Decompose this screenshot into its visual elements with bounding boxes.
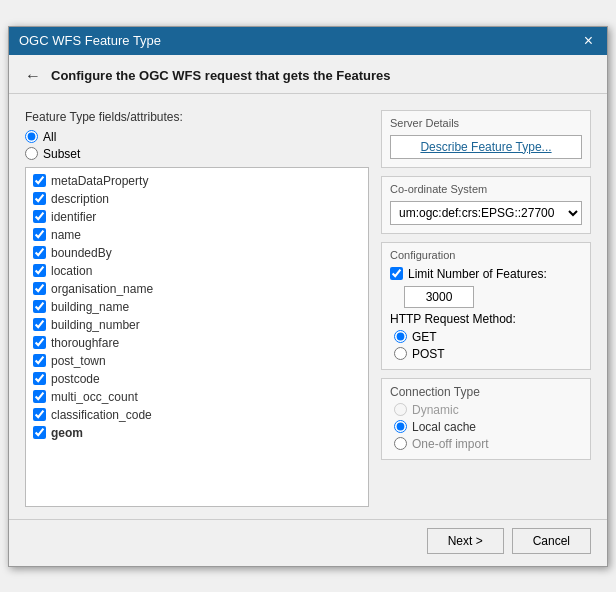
back-arrow-icon[interactable]: ←: [25, 67, 41, 85]
server-details-section: Server Details Describe Feature Type...: [381, 110, 591, 168]
feature-label: identifier: [51, 210, 96, 224]
coordinate-system-section: Co-ordinate System um:ogc:def:crs:EPSG::…: [381, 176, 591, 234]
feature-label: description: [51, 192, 109, 206]
configuration-section: Configuration Limit Number of Features: …: [381, 242, 591, 370]
feature-label: building_name: [51, 300, 129, 314]
feature-list-item: metaDataProperty: [30, 172, 364, 190]
feature-checkbox[interactable]: [33, 318, 46, 331]
http-post-text: POST: [412, 347, 445, 361]
radio-all-text: All: [43, 130, 56, 144]
connection-oneoff-radio[interactable]: [394, 437, 407, 450]
feature-checkbox[interactable]: [33, 228, 46, 241]
feature-label: multi_occ_count: [51, 390, 138, 404]
configuration-title: Configuration: [390, 249, 582, 261]
feature-list-item: geom: [30, 424, 364, 442]
http-method-section: HTTP Request Method: GET POST: [390, 312, 582, 361]
feature-list-item: boundedBy: [30, 244, 364, 262]
feature-label: thoroughfare: [51, 336, 119, 350]
feature-list-item: name: [30, 226, 364, 244]
feature-label: classification_code: [51, 408, 152, 422]
dialog-body: Feature Type fields/attributes: All Subs…: [9, 102, 607, 519]
radio-all[interactable]: [25, 130, 38, 143]
radio-subset-label[interactable]: Subset: [25, 147, 369, 161]
connection-dynamic-text: Dynamic: [412, 403, 459, 417]
coordinate-system-title: Co-ordinate System: [390, 183, 582, 195]
connection-localcache-text: Local cache: [412, 420, 476, 434]
feature-list-item: postcode: [30, 370, 364, 388]
http-get-text: GET: [412, 330, 437, 344]
feature-checkbox[interactable]: [33, 336, 46, 349]
http-radio-group: GET POST: [394, 330, 582, 361]
feature-label: name: [51, 228, 81, 242]
feature-list-item: building_number: [30, 316, 364, 334]
feature-label: boundedBy: [51, 246, 112, 260]
feature-checkbox[interactable]: [33, 210, 46, 223]
radio-subset-text: Subset: [43, 147, 80, 161]
right-panel: Server Details Describe Feature Type... …: [381, 110, 591, 507]
feature-list-item: classification_code: [30, 406, 364, 424]
feature-checkbox[interactable]: [33, 192, 46, 205]
feature-checkbox[interactable]: [33, 354, 46, 367]
connection-oneoff-text: One-off import: [412, 437, 488, 451]
radio-subset[interactable]: [25, 147, 38, 160]
http-method-label: HTTP Request Method:: [390, 312, 582, 326]
server-details-title: Server Details: [390, 117, 582, 129]
connection-dynamic-label[interactable]: Dynamic: [394, 403, 582, 417]
dialog-title: Configure the OGC WFS request that gets …: [51, 68, 390, 83]
feature-list-item: thoroughfare: [30, 334, 364, 352]
connection-dynamic-radio: [394, 403, 407, 416]
describe-feature-type-button[interactable]: Describe Feature Type...: [390, 135, 582, 159]
limit-features-checkbox[interactable]: [390, 267, 403, 280]
dialog-footer: Next > Cancel: [9, 519, 607, 566]
left-panel: Feature Type fields/attributes: All Subs…: [25, 110, 369, 507]
http-post-radio[interactable]: [394, 347, 407, 360]
coordinate-system-select[interactable]: um:ogc:def:crs:EPSG::27700EPSG:4326EPSG:…: [390, 201, 582, 225]
field-radio-group: All Subset: [25, 130, 369, 161]
connection-options-group: Dynamic Local cache One-off import: [394, 403, 582, 451]
cancel-button[interactable]: Cancel: [512, 528, 591, 554]
feature-checkbox[interactable]: [33, 246, 46, 259]
feature-label: postcode: [51, 372, 100, 386]
feature-label: organisation_name: [51, 282, 153, 296]
http-get-radio[interactable]: [394, 330, 407, 343]
dialog: OGC WFS Feature Type × ← Configure the O…: [8, 26, 608, 567]
connection-oneoff-label[interactable]: One-off import: [394, 437, 582, 451]
next-button[interactable]: Next >: [427, 528, 504, 554]
feature-checkbox[interactable]: [33, 174, 46, 187]
feature-checkbox[interactable]: [33, 408, 46, 421]
feature-label: geom: [51, 426, 83, 440]
feature-checkbox[interactable]: [33, 372, 46, 385]
feature-list-item: description: [30, 190, 364, 208]
feature-label: metaDataProperty: [51, 174, 148, 188]
radio-all-label[interactable]: All: [25, 130, 369, 144]
title-bar-label: OGC WFS Feature Type: [19, 33, 161, 48]
feature-checkbox[interactable]: [33, 426, 46, 439]
http-post-label[interactable]: POST: [394, 347, 582, 361]
feature-checkbox[interactable]: [33, 300, 46, 313]
feature-checkbox[interactable]: [33, 264, 46, 277]
limit-features-label: Limit Number of Features:: [408, 267, 547, 281]
connection-type-title: Connection Type: [390, 385, 582, 399]
title-bar: OGC WFS Feature Type ×: [9, 27, 607, 55]
connection-localcache-radio[interactable]: [394, 420, 407, 433]
feature-list-item: post_town: [30, 352, 364, 370]
feature-list-item: building_name: [30, 298, 364, 316]
dialog-header: ← Configure the OGC WFS request that get…: [9, 55, 607, 94]
close-button[interactable]: ×: [580, 33, 597, 49]
feature-list-item: organisation_name: [30, 280, 364, 298]
connection-type-section: Connection Type Dynamic Local cache One-…: [381, 378, 591, 460]
feature-list-item: identifier: [30, 208, 364, 226]
feature-checkbox[interactable]: [33, 390, 46, 403]
feature-list-item: multi_occ_count: [30, 388, 364, 406]
feature-label: location: [51, 264, 92, 278]
feature-list-box: metaDataPropertydescriptionidentifiernam…: [25, 167, 369, 507]
feature-list-item: location: [30, 262, 364, 280]
limit-features-row: Limit Number of Features:: [390, 267, 582, 281]
feature-checkbox[interactable]: [33, 282, 46, 295]
feature-section-label: Feature Type fields/attributes:: [25, 110, 369, 124]
http-get-label[interactable]: GET: [394, 330, 582, 344]
limit-features-input[interactable]: [404, 286, 474, 308]
connection-localcache-label[interactable]: Local cache: [394, 420, 582, 434]
feature-label: building_number: [51, 318, 140, 332]
feature-label: post_town: [51, 354, 106, 368]
